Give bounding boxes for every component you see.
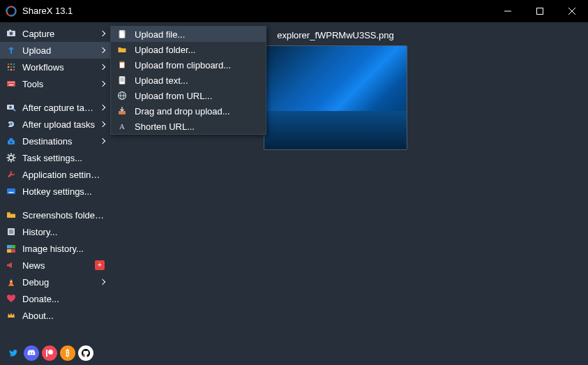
folder-yellow-icon xyxy=(116,44,128,55)
svg-rect-22 xyxy=(11,82,12,83)
social-row: ₿ xyxy=(0,341,110,365)
sidebar-item-after-upload-tasks[interactable]: After upload tasks xyxy=(0,116,110,133)
svg-line-38 xyxy=(8,160,8,161)
svg-point-53 xyxy=(48,350,53,355)
sidebar-item-capture[interactable]: Capture xyxy=(0,25,110,42)
submenu-arrow-icon xyxy=(100,47,105,53)
svg-rect-19 xyxy=(7,81,15,87)
submenu-arrow-icon xyxy=(100,138,105,144)
submenu-item-label: Shorten URL... xyxy=(135,121,260,132)
cone-icon xyxy=(6,276,17,288)
svg-rect-56 xyxy=(119,31,125,38)
sidebar-item-workflows[interactable]: Workflows xyxy=(0,59,110,75)
patreon-icon[interactable] xyxy=(42,345,57,361)
svg-point-18 xyxy=(13,69,15,71)
svg-line-36 xyxy=(13,160,14,161)
folder-icon xyxy=(6,209,17,221)
svg-text:A: A xyxy=(119,122,125,131)
submenu-item-upload-text[interactable]: Upload text... xyxy=(111,73,266,88)
submenu-arrow-icon xyxy=(100,121,105,127)
svg-rect-24 xyxy=(13,82,14,83)
discord-icon[interactable] xyxy=(24,345,39,361)
sidebar-item-about[interactable]: About... xyxy=(0,307,110,324)
sidebar-item-tools[interactable]: Tools xyxy=(0,75,110,92)
svg-rect-52 xyxy=(10,281,12,282)
thumbnail-title: explorer_fWPRMwU3SS.png xyxy=(264,28,407,43)
globe-icon xyxy=(116,90,128,101)
gear-icon xyxy=(6,152,17,163)
svg-text:₿: ₿ xyxy=(66,349,70,357)
sidebar-item-label: Tools xyxy=(22,79,98,89)
sidebar-item-label: Image history... xyxy=(22,244,105,254)
sidebar-item-task-settings[interactable]: Task settings... xyxy=(0,149,110,166)
twitter-icon[interactable] xyxy=(6,345,21,361)
svg-point-27 xyxy=(9,106,12,109)
submenu-arrow-icon xyxy=(100,81,105,87)
submenu-item-shorten-url[interactable]: AShorten URL... xyxy=(111,119,266,134)
sidebar-item-screenshots-folder[interactable]: Screenshots folder... xyxy=(0,207,110,223)
submenu-item-label: Upload file... xyxy=(135,29,260,40)
submenu-arrow-icon xyxy=(100,64,105,70)
thumbnail-image[interactable] xyxy=(264,45,407,150)
maximize-button[interactable] xyxy=(524,0,556,22)
sidebar-item-label: News xyxy=(22,260,92,271)
svg-rect-47 xyxy=(11,245,15,248)
svg-point-8 xyxy=(10,32,13,36)
sidebar-item-label: History... xyxy=(22,227,105,237)
sidebar-item-debug[interactable]: Debug xyxy=(0,274,110,290)
submenu-item-drag-and-drop-upload[interactable]: Drag and drop upload... xyxy=(111,103,266,119)
github-icon[interactable] xyxy=(78,345,93,361)
svg-point-11 xyxy=(10,64,13,66)
sidebar-item-upload[interactable]: Upload xyxy=(0,42,110,59)
clipboard-icon xyxy=(116,59,128,70)
sidebar-item-news[interactable]: News+ xyxy=(0,257,110,274)
sidebar-item-donate[interactable]: Donate... xyxy=(0,290,110,307)
submenu-arrow-icon xyxy=(100,105,105,110)
close-button[interactable] xyxy=(556,0,588,22)
svg-rect-50 xyxy=(7,265,8,267)
sidebar-item-hotkey-settings[interactable]: Hotkey settings... xyxy=(0,183,110,200)
sidebar-item-destinations[interactable]: Destinations xyxy=(0,133,110,149)
submenu-item-upload-from-clipboard[interactable]: Upload from clipboard... xyxy=(111,57,266,73)
app-window: ShareX 13.1 CaptureUploadWorkflowsToolsA… xyxy=(0,0,588,365)
text-icon xyxy=(116,75,128,86)
window-controls xyxy=(492,0,588,22)
sidebar: CaptureUploadWorkflowsToolsAfter capture… xyxy=(0,22,110,365)
svg-point-10 xyxy=(8,64,10,66)
svg-rect-49 xyxy=(11,249,15,253)
sidebar-item-label: Capture xyxy=(22,29,98,39)
body: CaptureUploadWorkflowsToolsAfter capture… xyxy=(0,22,588,365)
svg-line-37 xyxy=(13,154,14,155)
svg-rect-54 xyxy=(46,350,47,357)
sidebar-item-image-history[interactable]: Image history... xyxy=(0,240,110,257)
svg-rect-23 xyxy=(13,82,13,83)
minimize-button[interactable] xyxy=(492,0,524,22)
svg-rect-29 xyxy=(10,142,12,143)
svg-rect-25 xyxy=(9,84,14,85)
submenu-item-upload-file[interactable]: Upload file... xyxy=(111,27,266,42)
svg-rect-9 xyxy=(9,30,11,31)
bitcoin-icon[interactable]: ₿ xyxy=(60,345,75,361)
svg-rect-40 xyxy=(9,192,14,193)
submenu-item-upload-from-url[interactable]: Upload from URL... xyxy=(111,88,266,103)
svg-rect-60 xyxy=(119,77,125,84)
sidebar-item-label: After upload tasks xyxy=(22,119,98,130)
letter-a-icon: A xyxy=(116,121,128,132)
thumbnail[interactable]: explorer_fWPRMwU3SS.png xyxy=(264,28,407,150)
sidebar-item-application-settings[interactable]: Application settings... xyxy=(0,166,110,183)
sidebar-item-history[interactable]: History... xyxy=(0,223,110,240)
sidebar-item-after-capture-tasks[interactable]: After capture tasks xyxy=(0,99,110,116)
keyboard-icon xyxy=(6,78,17,89)
svg-rect-58 xyxy=(120,63,124,68)
camera-icon xyxy=(6,28,17,39)
crown-icon xyxy=(6,310,17,321)
svg-point-15 xyxy=(13,66,15,68)
file-icon xyxy=(116,29,128,40)
sidebar-item-label: Donate... xyxy=(22,294,105,304)
svg-rect-4 xyxy=(537,8,543,14)
submenu-item-label: Upload from URL... xyxy=(135,91,260,101)
window-title: ShareX 13.1 xyxy=(22,6,73,16)
submenu-item-upload-folder[interactable]: Upload folder... xyxy=(111,42,266,57)
svg-line-35 xyxy=(8,154,8,155)
svg-point-17 xyxy=(10,69,13,71)
